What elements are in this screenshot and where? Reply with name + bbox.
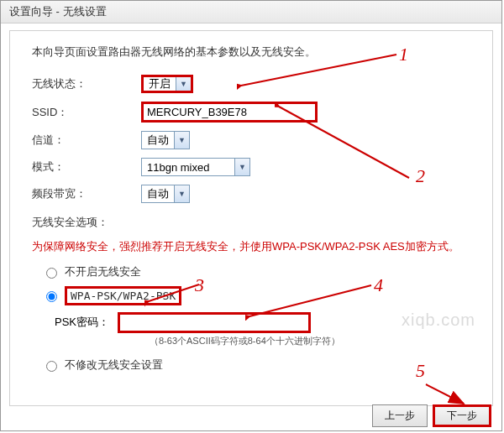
label-channel: 信道：: [32, 133, 141, 148]
row-mode: 模式： 11bgn mixed ▼: [32, 158, 477, 176]
wireless-status-dropdown[interactable]: 开启 ▼: [141, 75, 193, 93]
security-warning: 为保障网络安全，强烈推荐开启无线安全，并使用WPA-PSK/WPA2-PSK A…: [32, 238, 470, 256]
channel-value: 自动: [142, 133, 174, 148]
row-ssid: SSID：: [32, 102, 477, 123]
bandwidth-value: 自动: [142, 186, 174, 201]
row-security-label: 无线安全选项：: [32, 215, 477, 230]
watermark-text: xiqb.com: [402, 310, 475, 330]
chevron-down-icon: ▼: [176, 77, 191, 91]
psk-password-input[interactable]: [118, 312, 311, 333]
dialog-window: 设置向导 - 无线设置 本向导页面设置路由器无线网络的基本参数以及无线安全。 无…: [0, 0, 502, 431]
radio-row-keep[interactable]: 不修改无线安全设置: [42, 357, 477, 373]
ssid-input[interactable]: [141, 102, 318, 123]
mode-value: 11bgn mixed: [142, 161, 234, 174]
label-mode: 模式：: [32, 159, 141, 175]
label-ssid: SSID：: [32, 105, 141, 120]
channel-dropdown[interactable]: 自动 ▼: [141, 131, 190, 149]
prev-button[interactable]: 上一步: [372, 404, 428, 427]
content-panel: 本向导页面设置路由器无线网络的基本参数以及无线安全。 无线状态： 开启 ▼ SS…: [9, 30, 493, 406]
radio-keep-label: 不修改无线安全设置: [65, 357, 163, 373]
bandwidth-dropdown[interactable]: 自动 ▼: [141, 185, 190, 203]
radio-disable-label: 不开启无线安全: [65, 264, 141, 279]
row-wireless-status: 无线状态： 开启 ▼: [32, 75, 477, 93]
radio-row-wpa[interactable]: WPA-PSK/WPA2-PSK: [42, 286, 477, 305]
security-section-label: 无线安全选项：: [32, 215, 108, 230]
title-bar: 设置向导 - 无线设置: [1, 1, 501, 23]
radio-disable-security[interactable]: [46, 268, 57, 279]
radio-wpa-psk[interactable]: [46, 291, 57, 302]
window-title: 设置向导 - 无线设置: [9, 5, 107, 18]
label-wireless-status: 无线状态：: [32, 76, 141, 91]
row-channel: 信道： 自动 ▼: [32, 131, 477, 149]
chevron-down-icon: ▼: [174, 185, 189, 202]
intro-text: 本向导页面设置路由器无线网络的基本参数以及无线安全。: [32, 44, 477, 60]
mode-dropdown[interactable]: 11bgn mixed ▼: [141, 158, 250, 176]
wireless-status-value: 开启: [144, 76, 176, 91]
psk-hint: （8-63个ASCII码字符或8-64个十六进制字符）: [150, 335, 477, 347]
chevron-down-icon: ▼: [174, 132, 189, 149]
button-bar: 上一步 下一步: [372, 404, 491, 427]
radio-row-disable[interactable]: 不开启无线安全: [42, 264, 477, 279]
psk-label: PSK密码：: [55, 315, 109, 330]
label-bandwidth: 频段带宽：: [32, 186, 141, 201]
row-bandwidth: 频段带宽： 自动 ▼: [32, 185, 477, 203]
radio-wpa-label: WPA-PSK/WPA2-PSK: [65, 286, 181, 305]
chevron-down-icon: ▼: [234, 159, 249, 175]
radio-keep-settings[interactable]: [46, 361, 57, 372]
next-button[interactable]: 下一步: [433, 404, 491, 427]
